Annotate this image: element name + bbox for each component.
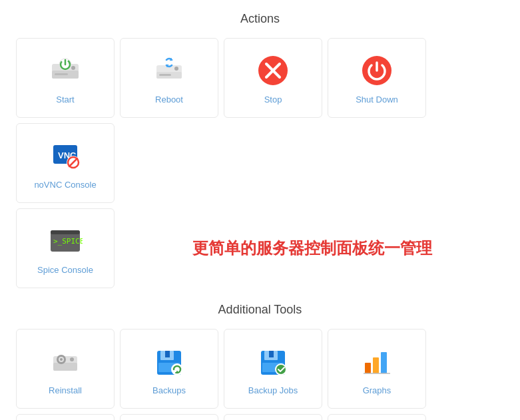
card-backups[interactable]: Backups: [120, 329, 218, 409]
shutdown-icon: [358, 52, 395, 89]
svg-rect-3: [55, 73, 68, 75]
svg-point-33: [171, 363, 183, 375]
svg-rect-42: [381, 352, 387, 373]
graphs-icon: [358, 343, 395, 380]
reinstall-icon: [47, 343, 84, 380]
start-label: Start: [56, 95, 74, 105]
promo-area: 更简单的服务器控制面板统一管理: [117, 237, 507, 260]
card-taskshistory[interactable]: Tasks History: [16, 414, 115, 420]
svg-rect-41: [373, 357, 379, 373]
svg-rect-31: [165, 351, 170, 357]
backupjobs-icon: [254, 343, 292, 380]
stop-label: Stop: [264, 95, 282, 105]
reboot-label: Reboot: [155, 95, 183, 105]
svg-rect-40: [365, 363, 371, 373]
spice-promo-row: >_SPICE Spice Console 更简单的服务器控制面板统一管理: [0, 206, 520, 291]
shutdown-label: Shut Down: [356, 95, 398, 105]
card-firewall[interactable]: Firewall: [328, 414, 426, 420]
novnc-icon: VNC: [47, 137, 84, 174]
card-start[interactable]: Start: [16, 38, 115, 118]
reinstall-label: Reinstall: [49, 385, 82, 395]
stop-icon: [254, 52, 292, 89]
card-spice[interactable]: >_SPICE Spice Console: [16, 208, 115, 288]
svg-point-28: [60, 358, 63, 361]
actions-grid: Start Reboot Sto: [0, 35, 520, 206]
reboot-icon: [150, 52, 188, 89]
start-icon: [47, 52, 84, 89]
svg-point-25: [70, 357, 74, 361]
tools-grid: Reinstall Backups: [0, 326, 520, 420]
svg-rect-24: [53, 363, 77, 371]
card-network[interactable]: Network: [120, 414, 218, 420]
promo-text: 更简单的服务器控制面板统一管理: [192, 237, 432, 260]
backupjobs-label: Backup Jobs: [248, 385, 298, 395]
svg-point-9: [174, 67, 178, 71]
novnc-label: noVNC Console: [34, 180, 96, 190]
spice-icon: >_SPICE: [47, 222, 84, 260]
card-reinstall[interactable]: Reinstall: [16, 329, 115, 409]
card-novnc[interactable]: VNC noVNC Console: [16, 123, 115, 203]
actions-title: Actions: [0, 12, 520, 26]
card-backupjobs[interactable]: Backup Jobs: [224, 329, 322, 409]
backups-label: Backups: [152, 385, 186, 395]
card-graphs[interactable]: Graphs: [328, 329, 426, 409]
card-snapshots[interactable]: Snapshots: [224, 414, 322, 420]
svg-point-2: [71, 66, 75, 70]
card-shutdown[interactable]: Shut Down: [328, 38, 426, 118]
card-reboot[interactable]: Reboot: [120, 38, 218, 118]
svg-rect-36: [269, 351, 274, 357]
spice-label: Spice Console: [37, 265, 93, 275]
backups-icon: [150, 343, 188, 380]
card-stop[interactable]: Stop: [224, 38, 322, 118]
svg-rect-10: [159, 74, 171, 76]
svg-text:>_SPICE: >_SPICE: [53, 237, 83, 246]
svg-rect-21: [51, 230, 80, 234]
tools-title: Additional Tools: [0, 303, 520, 317]
graphs-label: Graphs: [363, 385, 391, 395]
